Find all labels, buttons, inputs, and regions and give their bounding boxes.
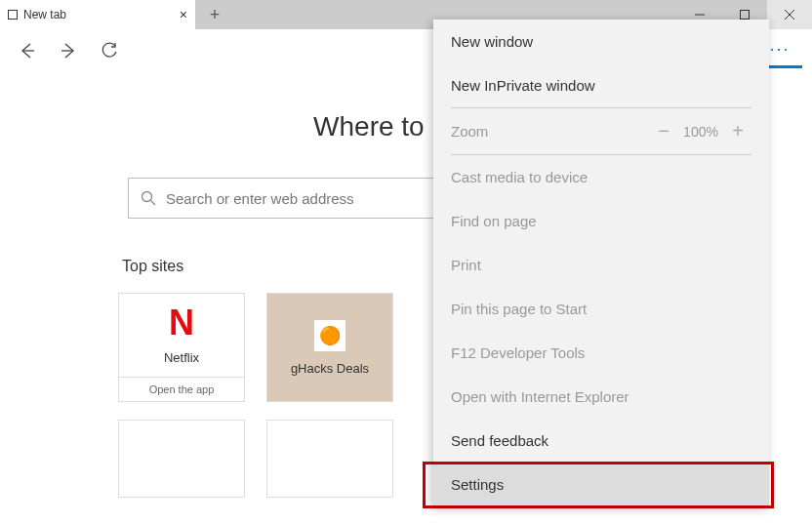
tab[interactable]: New tab × bbox=[0, 0, 195, 29]
forward-button[interactable] bbox=[51, 33, 86, 68]
arrow-right-icon bbox=[59, 41, 78, 61]
arrow-left-icon bbox=[18, 41, 37, 61]
zoom-value: 100% bbox=[677, 124, 724, 140]
ghacks-logo-icon: 🟠 bbox=[314, 320, 345, 351]
topsite-tile-netflix[interactable]: N Netflix Open the app bbox=[118, 293, 245, 402]
menu-zoom-row: Zoom − 100% + bbox=[433, 108, 769, 154]
menu-pin[interactable]: Pin this page to Start bbox=[433, 287, 769, 331]
menu-open-ie[interactable]: Open with Internet Explorer bbox=[433, 375, 769, 419]
close-icon bbox=[785, 10, 794, 20]
tab-title: New tab bbox=[23, 8, 66, 21]
menu-find[interactable]: Find on page bbox=[433, 199, 769, 243]
new-tab-button[interactable]: + bbox=[195, 0, 234, 29]
netflix-logo-icon: N bbox=[169, 305, 194, 341]
menu-feedback[interactable]: Send feedback bbox=[433, 419, 769, 463]
topsite-tile-ghacks[interactable]: 🟠 gHacks Deals bbox=[266, 293, 393, 402]
minimize-icon bbox=[695, 10, 705, 20]
more-icon: ··· bbox=[769, 39, 790, 60]
zoom-out-button[interactable]: − bbox=[650, 120, 677, 142]
back-button[interactable] bbox=[10, 33, 45, 68]
menu-print[interactable]: Print bbox=[433, 243, 769, 287]
tile-label: gHacks Deals bbox=[291, 361, 369, 376]
zoom-in-button[interactable]: + bbox=[724, 120, 751, 142]
zoom-label: Zoom bbox=[451, 123, 650, 140]
topsite-tile-empty[interactable] bbox=[266, 420, 393, 498]
more-menu: New window New InPrivate window Zoom − 1… bbox=[433, 20, 769, 506]
menu-settings[interactable]: Settings bbox=[433, 463, 769, 506]
menu-new-inprivate[interactable]: New InPrivate window bbox=[433, 63, 769, 107]
tab-close-icon[interactable]: × bbox=[180, 7, 187, 22]
refresh-button[interactable] bbox=[92, 33, 127, 68]
search-icon bbox=[141, 190, 156, 206]
window-close-button[interactable] bbox=[767, 0, 812, 29]
tile-sublabel[interactable]: Open the app bbox=[119, 377, 244, 401]
refresh-icon bbox=[101, 42, 118, 60]
topsite-tile-empty[interactable] bbox=[118, 420, 245, 498]
svg-line-7 bbox=[151, 201, 156, 206]
menu-cast[interactable]: Cast media to device bbox=[433, 155, 769, 199]
menu-new-window[interactable]: New window bbox=[433, 20, 769, 63]
svg-rect-1 bbox=[741, 11, 750, 20]
maximize-icon bbox=[740, 10, 750, 20]
tab-page-icon bbox=[8, 10, 18, 20]
search-placeholder: Search or enter web address bbox=[166, 190, 354, 207]
menu-devtools[interactable]: F12 Developer Tools bbox=[433, 331, 769, 375]
svg-point-6 bbox=[142, 192, 152, 202]
tile-label: Netflix bbox=[164, 350, 199, 365]
